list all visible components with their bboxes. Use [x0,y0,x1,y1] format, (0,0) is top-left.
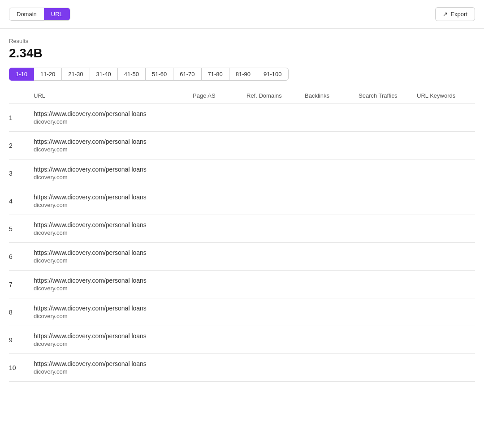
url-main[interactable]: https://www.dicovery.com/personal loans [34,277,193,284]
export-icon: ↗ [443,11,448,17]
results-label: Results [9,38,475,44]
page-tab-81-90[interactable]: 81-90 [229,68,257,81]
domain-tab[interactable]: Domain [9,8,44,20]
url-cell: https://www.dicovery.com/personal loans … [34,221,193,236]
table-row: 2 https://www.dicovery.com/personal loan… [9,132,475,159]
url-main[interactable]: https://www.dicovery.com/personal loans [34,110,193,117]
export-button[interactable]: ↗ Export [435,7,475,21]
url-cell: https://www.dicovery.com/personal loans … [34,332,193,347]
main-content: Results 2.34B 1-1011-2021-3031-4041-5051… [0,29,484,382]
url-main[interactable]: https://www.dicovery.com/personal loans [34,221,193,228]
row-number: 2 [9,142,34,149]
table-row: 7 https://www.dicovery.com/personal loan… [9,271,475,298]
table-row: 5 https://www.dicovery.com/personal loan… [9,215,475,243]
url-domain: dicovery.com [34,118,193,125]
page-tab-61-70[interactable]: 61-70 [173,68,201,81]
page-tab-1-10[interactable]: 1-10 [9,68,34,81]
results-count: 2.34B [9,46,475,60]
page-tab-51-60[interactable]: 51-60 [145,68,173,81]
table-row: 1 https://www.dicovery.com/personal loan… [9,104,475,132]
url-main[interactable]: https://www.dicovery.com/personal loans [34,360,193,367]
page-tab-31-40[interactable]: 31-40 [90,68,118,81]
page-tab-11-20[interactable]: 11-20 [34,68,62,81]
url-domain: dicovery.com [34,257,193,264]
url-domain: dicovery.com [34,340,193,347]
row-number: 7 [9,281,34,288]
col-page-as-header: Page AS [193,92,246,99]
url-tab[interactable]: URL [44,8,70,20]
row-number: 8 [9,309,34,316]
url-domain: dicovery.com [34,174,193,181]
col-url-header: URL [34,92,193,99]
url-cell: https://www.dicovery.com/personal loans … [34,249,193,264]
url-cell: https://www.dicovery.com/personal loans … [34,138,193,153]
table-header: URL Page AS Ref. Domains Backlinks Searc… [9,88,475,104]
url-main[interactable]: https://www.dicovery.com/personal loans [34,332,193,340]
row-number: 10 [9,364,34,371]
url-domain: dicovery.com [34,229,193,236]
top-bar: Domain URL ↗ Export [0,0,484,29]
page-tab-71-80[interactable]: 71-80 [201,68,229,81]
url-domain: dicovery.com [34,146,193,153]
table-row: 6 https://www.dicovery.com/personal loan… [9,243,475,271]
row-number: 9 [9,336,34,344]
url-main[interactable]: https://www.dicovery.com/personal loans [34,249,193,256]
page-tab-41-50[interactable]: 41-50 [117,68,146,81]
col-number-header [9,92,34,99]
url-cell: https://www.dicovery.com/personal loans … [34,277,193,292]
export-label: Export [450,11,467,17]
table-row: 10 https://www.dicovery.com/personal loa… [9,354,475,382]
url-domain: dicovery.com [34,368,193,375]
col-backlinks-header: Backlinks [305,92,359,99]
col-ref-domains-header: Ref. Domains [246,92,305,99]
col-search-traffics-header: Search Traffics [359,92,417,99]
pagination-tabs: 1-1011-2021-3031-4041-5051-6061-7071-808… [9,68,475,81]
table-row: 3 https://www.dicovery.com/personal loan… [9,159,475,187]
page-tab-91-100[interactable]: 91-100 [257,68,288,81]
url-main[interactable]: https://www.dicovery.com/personal loans [34,138,193,145]
table-row: 9 https://www.dicovery.com/personal loan… [9,326,475,354]
col-url-keywords-header: URL Keywords [417,92,475,99]
url-cell: https://www.dicovery.com/personal loans … [34,166,193,181]
url-cell: https://www.dicovery.com/personal loans … [34,110,193,125]
domain-url-tabs: Domain URL [9,8,70,21]
url-main[interactable]: https://www.dicovery.com/personal loans [34,305,193,312]
table-row: 4 https://www.dicovery.com/personal loan… [9,187,475,215]
page-tab-21-30[interactable]: 21-30 [61,68,90,81]
row-number: 3 [9,170,34,177]
table-rows-container: 1 https://www.dicovery.com/personal loan… [9,104,475,382]
url-main[interactable]: https://www.dicovery.com/personal loans [34,194,193,201]
row-number: 1 [9,114,34,121]
table-container: URL Page AS Ref. Domains Backlinks Searc… [9,88,475,382]
url-domain: dicovery.com [34,285,193,292]
row-number: 6 [9,253,34,260]
url-domain: dicovery.com [34,202,193,208]
url-cell: https://www.dicovery.com/personal loans … [34,194,193,208]
url-cell: https://www.dicovery.com/personal loans … [34,360,193,375]
url-domain: dicovery.com [34,313,193,319]
row-number: 4 [9,198,34,205]
url-cell: https://www.dicovery.com/personal loans … [34,305,193,319]
table-row: 8 https://www.dicovery.com/personal loan… [9,298,475,326]
row-number: 5 [9,225,34,233]
url-main[interactable]: https://www.dicovery.com/personal loans [34,166,193,173]
